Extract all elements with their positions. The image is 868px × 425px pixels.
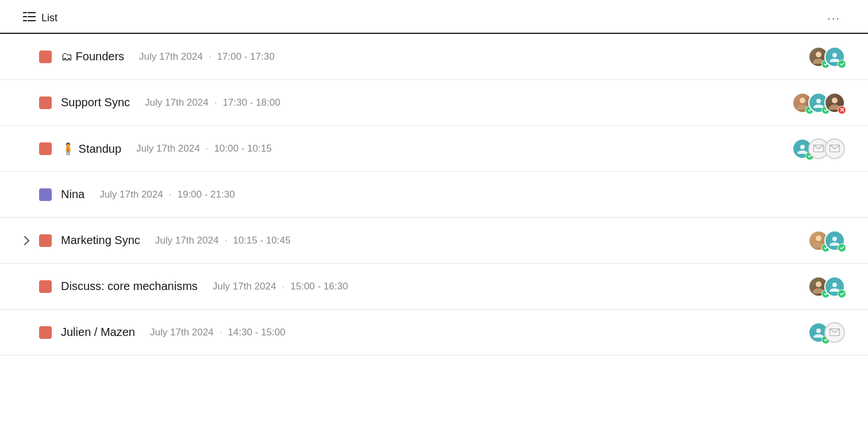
event-info: Julien / MazenJuly 17th 2024·14:30 - 15:… — [61, 326, 794, 339]
event-color-indicator — [39, 326, 52, 339]
avatar-group — [792, 92, 845, 113]
event-info: NinaJuly 17th 2024·19:00 - 21:30 — [61, 188, 845, 201]
svg-point-13 — [800, 145, 805, 149]
event-date: July 17th 2024 — [213, 281, 276, 292]
event-info: 🗂 FoundersJuly 17th 2024·17:00 - 17:30 — [61, 50, 794, 63]
event-time: 19:00 - 21:30 — [177, 189, 235, 200]
separator-dot: · — [220, 327, 222, 338]
header-left: List — [23, 11, 57, 25]
event-info: Support SyncJuly 17th 2024·17:30 - 18:00 — [61, 96, 778, 109]
more-options-button[interactable]: ··· — [823, 9, 845, 27]
event-list: 🗂 FoundersJuly 17th 2024·17:00 - 17:30 S… — [0, 34, 868, 356]
event-title: 🧍 Standup — [61, 142, 121, 156]
event-row[interactable]: Marketing SyncJuly 17th 2024·10:15 - 10:… — [0, 218, 868, 264]
event-time: 10:00 - 10:15 — [214, 143, 271, 154]
avatar-group — [808, 230, 845, 251]
event-date: July 17th 2024 — [155, 235, 219, 246]
event-row[interactable]: Julien / MazenJuly 17th 2024·14:30 - 15:… — [0, 310, 868, 356]
event-row[interactable]: NinaJuly 17th 2024·19:00 - 21:30 — [0, 172, 868, 218]
separator-dot: · — [209, 51, 212, 63]
separator-dot: · — [169, 189, 172, 200]
accepted-badge — [838, 244, 846, 252]
event-title: Nina — [61, 188, 85, 201]
avatar-group — [808, 276, 845, 297]
svg-point-7 — [832, 53, 837, 57]
event-time: 14:30 - 15:00 — [228, 327, 285, 338]
avatar — [824, 47, 845, 67]
event-time: 17:00 - 17:30 — [217, 51, 274, 63]
event-color-indicator — [39, 142, 52, 155]
header: List ··· — [0, 0, 868, 34]
avatar — [824, 276, 845, 297]
avatar — [824, 138, 845, 159]
expand-chevron-icon[interactable] — [23, 235, 39, 246]
event-date: July 17th 2024 — [136, 143, 200, 154]
event-title: Discuss: core mechanisms — [61, 280, 198, 293]
accepted-badge — [838, 60, 846, 68]
event-title: 🗂 Founders — [61, 50, 124, 63]
event-row[interactable]: Discuss: core mechanismsJuly 17th 2024·1… — [0, 264, 868, 310]
separator-dot: · — [214, 97, 217, 109]
avatar — [824, 92, 845, 113]
event-title: Marketing Sync — [61, 234, 140, 247]
event-time: 10:15 - 10:45 — [233, 235, 290, 246]
event-row[interactable]: 🧍 StandupJuly 17th 2024·10:00 - 10:15 — [0, 126, 868, 172]
event-title: Julien / Mazen — [61, 326, 135, 339]
svg-point-19 — [832, 283, 837, 287]
event-date: July 17th 2024 — [145, 97, 209, 109]
event-color-indicator — [39, 96, 52, 109]
event-date: July 17th 2024 — [99, 189, 163, 200]
avatar — [824, 230, 845, 251]
event-color-indicator — [39, 188, 52, 201]
avatar-group — [808, 322, 845, 343]
svg-point-8 — [800, 98, 805, 103]
avatar-group — [808, 47, 845, 67]
event-date: July 17th 2024 — [150, 327, 214, 338]
svg-point-20 — [816, 329, 821, 333]
avatar — [824, 322, 845, 343]
declined-badge — [838, 106, 846, 114]
separator-dot: · — [282, 281, 285, 292]
event-row[interactable]: 🗂 FoundersJuly 17th 2024·17:00 - 17:30 — [0, 34, 868, 80]
event-color-indicator — [39, 280, 52, 293]
list-icon — [23, 11, 36, 25]
event-color-indicator — [39, 234, 52, 247]
event-time: 15:00 - 16:30 — [290, 281, 348, 292]
svg-point-18 — [816, 281, 821, 287]
avatar-group — [792, 138, 845, 159]
accepted-badge — [838, 289, 846, 298]
event-row[interactable]: Support SyncJuly 17th 2024·17:30 - 18:00 — [0, 80, 868, 126]
event-date: July 17th 2024 — [139, 51, 203, 63]
svg-point-9 — [816, 99, 821, 103]
svg-point-17 — [832, 237, 837, 241]
separator-dot: · — [206, 143, 209, 154]
event-info: Discuss: core mechanismsJuly 17th 2024·1… — [61, 280, 794, 293]
svg-point-16 — [816, 235, 821, 241]
svg-point-6 — [816, 52, 821, 57]
event-time: 17:30 - 18:00 — [222, 97, 280, 109]
header-title: List — [41, 12, 57, 24]
event-info: Marketing SyncJuly 17th 2024·10:15 - 10:… — [61, 234, 794, 247]
event-title: Support Sync — [61, 96, 130, 109]
event-color-indicator — [39, 51, 52, 63]
separator-dot: · — [224, 235, 227, 246]
event-info: 🧍 StandupJuly 17th 2024·10:00 - 10:15 — [61, 142, 778, 156]
svg-point-10 — [832, 98, 838, 103]
